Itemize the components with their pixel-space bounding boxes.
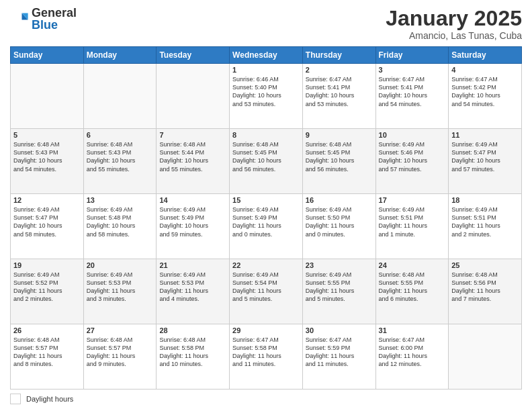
calendar-cell: 28Sunrise: 6:48 AM Sunset: 5:58 PM Dayli…: [157, 324, 230, 390]
day-info: Sunrise: 6:49 AM Sunset: 5:48 PM Dayligh…: [87, 205, 154, 238]
day-info: Sunrise: 6:47 AM Sunset: 5:58 PM Dayligh…: [232, 336, 300, 369]
day-number: 25: [451, 261, 519, 269]
day-number: 3: [379, 66, 446, 74]
daylight-label: Daylight hours: [26, 395, 73, 403]
calendar-cell: 18Sunrise: 6:49 AM Sunset: 5:51 PM Dayli…: [449, 194, 522, 259]
calendar-cell: [449, 324, 522, 390]
calendar-cell: 12Sunrise: 6:49 AM Sunset: 5:47 PM Dayli…: [11, 194, 84, 259]
calendar-cell: 31Sunrise: 6:47 AM Sunset: 6:00 PM Dayli…: [375, 324, 449, 390]
month-title: January 2025: [386, 7, 522, 30]
day-info: Sunrise: 6:49 AM Sunset: 5:51 PM Dayligh…: [379, 205, 446, 238]
calendar-week-row: 12Sunrise: 6:49 AM Sunset: 5:47 PM Dayli…: [11, 194, 522, 259]
day-info: Sunrise: 6:49 AM Sunset: 5:55 PM Dayligh…: [306, 271, 373, 304]
day-number: 20: [87, 261, 154, 269]
calendar-cell: [11, 64, 84, 129]
day-info: Sunrise: 6:49 AM Sunset: 5:54 PM Dayligh…: [232, 271, 300, 304]
calendar-cell: 11Sunrise: 6:49 AM Sunset: 5:47 PM Dayli…: [449, 129, 522, 194]
calendar-cell: 21Sunrise: 6:49 AM Sunset: 5:53 PM Dayli…: [157, 259, 230, 324]
day-info: Sunrise: 6:49 AM Sunset: 5:51 PM Dayligh…: [451, 205, 519, 238]
calendar-cell: 5Sunrise: 6:48 AM Sunset: 5:43 PM Daylig…: [11, 129, 84, 194]
logo-text: General Blue: [32, 7, 77, 31]
calendar-cell: 29Sunrise: 6:47 AM Sunset: 5:58 PM Dayli…: [230, 324, 303, 390]
day-info: Sunrise: 6:49 AM Sunset: 5:53 PM Dayligh…: [87, 271, 154, 304]
calendar-cell: 4Sunrise: 6:47 AM Sunset: 5:42 PM Daylig…: [449, 64, 522, 129]
day-info: Sunrise: 6:47 AM Sunset: 5:59 PM Dayligh…: [306, 336, 373, 369]
calendar-header-monday: Monday: [83, 47, 157, 64]
day-info: Sunrise: 6:47 AM Sunset: 5:41 PM Dayligh…: [379, 75, 446, 108]
day-number: 1: [232, 66, 300, 74]
day-info: Sunrise: 6:48 AM Sunset: 5:57 PM Dayligh…: [13, 336, 81, 369]
day-info: Sunrise: 6:48 AM Sunset: 5:57 PM Dayligh…: [87, 336, 154, 369]
day-info: Sunrise: 6:48 AM Sunset: 5:58 PM Dayligh…: [159, 336, 226, 369]
calendar-cell: 6Sunrise: 6:48 AM Sunset: 5:43 PM Daylig…: [83, 129, 157, 194]
calendar-cell: [157, 64, 230, 129]
day-number: 23: [306, 261, 373, 269]
calendar-header-tuesday: Tuesday: [157, 47, 230, 64]
day-info: Sunrise: 6:48 AM Sunset: 5:44 PM Dayligh…: [159, 140, 226, 173]
day-number: 21: [159, 261, 226, 269]
calendar-cell: 10Sunrise: 6:49 AM Sunset: 5:46 PM Dayli…: [375, 129, 449, 194]
title-area: January 2025 Amancio, Las Tunas, Cuba: [386, 7, 522, 41]
calendar-cell: 17Sunrise: 6:49 AM Sunset: 5:51 PM Dayli…: [375, 194, 449, 259]
logo-general-text: General: [32, 7, 77, 19]
day-info: Sunrise: 6:49 AM Sunset: 5:47 PM Dayligh…: [451, 140, 519, 173]
calendar-cell: 24Sunrise: 6:48 AM Sunset: 5:55 PM Dayli…: [375, 259, 449, 324]
day-number: 26: [13, 326, 81, 334]
day-number: 12: [13, 196, 81, 204]
calendar-table: SundayMondayTuesdayWednesdayThursdayFrid…: [10, 46, 522, 390]
calendar-cell: 13Sunrise: 6:49 AM Sunset: 5:48 PM Dayli…: [83, 194, 157, 259]
day-number: 30: [306, 326, 373, 334]
day-number: 10: [379, 131, 446, 139]
calendar-cell: [83, 64, 157, 129]
calendar-cell: 30Sunrise: 6:47 AM Sunset: 5:59 PM Dayli…: [302, 324, 375, 390]
day-number: 24: [379, 261, 446, 269]
day-info: Sunrise: 6:48 AM Sunset: 5:43 PM Dayligh…: [87, 140, 154, 173]
day-info: Sunrise: 6:49 AM Sunset: 5:47 PM Dayligh…: [13, 205, 81, 238]
day-number: 8: [232, 131, 300, 139]
header: General Blue January 2025 Amancio, Las T…: [10, 7, 522, 41]
day-info: Sunrise: 6:48 AM Sunset: 5:56 PM Dayligh…: [451, 271, 519, 304]
day-info: Sunrise: 6:49 AM Sunset: 5:49 PM Dayligh…: [159, 205, 226, 238]
day-number: 14: [159, 196, 226, 204]
day-number: 22: [232, 261, 300, 269]
calendar-week-row: 1Sunrise: 6:46 AM Sunset: 5:40 PM Daylig…: [11, 64, 522, 129]
calendar-cell: 7Sunrise: 6:48 AM Sunset: 5:44 PM Daylig…: [157, 129, 230, 194]
logo: General Blue: [10, 7, 77, 31]
day-number: 27: [87, 326, 154, 334]
day-number: 13: [87, 196, 154, 204]
calendar-cell: 23Sunrise: 6:49 AM Sunset: 5:55 PM Dayli…: [302, 259, 375, 324]
calendar-week-row: 5Sunrise: 6:48 AM Sunset: 5:43 PM Daylig…: [11, 129, 522, 194]
calendar-cell: 15Sunrise: 6:49 AM Sunset: 5:49 PM Dayli…: [230, 194, 303, 259]
calendar-cell: 19Sunrise: 6:49 AM Sunset: 5:52 PM Dayli…: [11, 259, 84, 324]
day-info: Sunrise: 6:48 AM Sunset: 5:55 PM Dayligh…: [379, 271, 446, 304]
day-number: 29: [232, 326, 300, 334]
calendar-cell: 25Sunrise: 6:48 AM Sunset: 5:56 PM Dayli…: [449, 259, 522, 324]
calendar-cell: 3Sunrise: 6:47 AM Sunset: 5:41 PM Daylig…: [375, 64, 449, 129]
day-info: Sunrise: 6:46 AM Sunset: 5:40 PM Dayligh…: [232, 75, 300, 108]
calendar-header-saturday: Saturday: [449, 47, 522, 64]
location-subtitle: Amancio, Las Tunas, Cuba: [386, 30, 522, 41]
calendar-week-row: 26Sunrise: 6:48 AM Sunset: 5:57 PM Dayli…: [11, 324, 522, 390]
calendar-header-wednesday: Wednesday: [230, 47, 303, 64]
day-info: Sunrise: 6:47 AM Sunset: 5:42 PM Dayligh…: [451, 75, 519, 108]
day-number: 7: [159, 131, 226, 139]
day-info: Sunrise: 6:48 AM Sunset: 5:43 PM Dayligh…: [13, 140, 81, 173]
calendar-cell: 8Sunrise: 6:48 AM Sunset: 5:45 PM Daylig…: [230, 129, 303, 194]
calendar-cell: 14Sunrise: 6:49 AM Sunset: 5:49 PM Dayli…: [157, 194, 230, 259]
day-number: 19: [13, 261, 81, 269]
day-info: Sunrise: 6:49 AM Sunset: 5:50 PM Dayligh…: [306, 205, 373, 238]
day-info: Sunrise: 6:49 AM Sunset: 5:52 PM Dayligh…: [13, 271, 81, 304]
day-info: Sunrise: 6:49 AM Sunset: 5:49 PM Dayligh…: [232, 205, 300, 238]
day-number: 31: [379, 326, 446, 334]
day-info: Sunrise: 6:47 AM Sunset: 5:41 PM Dayligh…: [306, 75, 373, 108]
calendar-cell: 20Sunrise: 6:49 AM Sunset: 5:53 PM Dayli…: [83, 259, 157, 324]
day-number: 17: [379, 196, 446, 204]
calendar-header-row: SundayMondayTuesdayWednesdayThursdayFrid…: [11, 47, 522, 64]
day-number: 18: [451, 196, 519, 204]
calendar-cell: 9Sunrise: 6:48 AM Sunset: 5:45 PM Daylig…: [302, 129, 375, 194]
day-number: 15: [232, 196, 300, 204]
calendar-header-sunday: Sunday: [11, 47, 84, 64]
day-info: Sunrise: 6:47 AM Sunset: 6:00 PM Dayligh…: [379, 336, 446, 369]
calendar-header-thursday: Thursday: [302, 47, 375, 64]
day-number: 28: [159, 326, 226, 334]
